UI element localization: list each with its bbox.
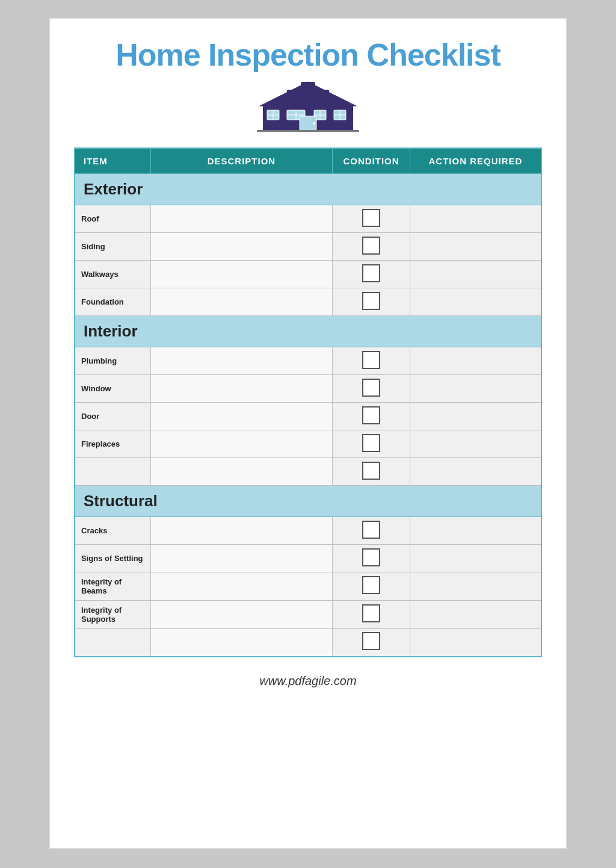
item-cell: Siding	[75, 233, 150, 261]
action-cell[interactable]	[410, 572, 541, 601]
page-title: Home Inspection Checklist	[74, 37, 542, 73]
svg-rect-3	[322, 90, 329, 102]
section-header-interior: Interior	[75, 316, 541, 347]
description-cell[interactable]	[150, 375, 333, 403]
svg-rect-19	[257, 130, 359, 132]
condition-cell	[333, 205, 410, 233]
action-cell[interactable]	[410, 545, 541, 572]
condition-cell	[333, 572, 410, 601]
svg-rect-2	[287, 90, 294, 102]
header-description: DESCRIPTION	[150, 148, 333, 174]
description-cell[interactable]	[150, 572, 333, 601]
title-area: Home Inspection Checklist	[74, 37, 542, 73]
item-cell: Integrity of Supports	[75, 601, 150, 629]
house-illustration	[254, 79, 362, 133]
item-cell: Signs of Settling	[75, 545, 150, 572]
description-cell[interactable]	[150, 458, 333, 486]
action-cell[interactable]	[410, 629, 541, 657]
item-cell: Plumbing	[75, 347, 150, 375]
condition-cell	[333, 403, 410, 430]
item-cell: Window	[75, 375, 150, 403]
description-cell[interactable]	[150, 601, 333, 629]
condition-cell	[333, 261, 410, 288]
table-row: Window	[75, 375, 541, 403]
table-row: Siding	[75, 233, 541, 261]
item-cell: Foundation	[75, 288, 150, 316]
condition-checkbox[interactable]	[362, 264, 380, 282]
item-cell: Integrity of Beams	[75, 572, 150, 601]
condition-cell	[333, 233, 410, 261]
description-cell[interactable]	[150, 430, 333, 458]
description-cell[interactable]	[150, 288, 333, 316]
condition-cell	[333, 347, 410, 375]
item-cell: Roof	[75, 205, 150, 233]
header-item: ITEM	[75, 148, 150, 174]
action-cell[interactable]	[410, 517, 541, 545]
condition-checkbox[interactable]	[362, 209, 380, 227]
condition-checkbox[interactable]	[362, 406, 380, 424]
action-cell[interactable]	[410, 233, 541, 261]
description-cell[interactable]	[150, 517, 333, 545]
description-cell[interactable]	[150, 403, 333, 430]
action-cell[interactable]	[410, 430, 541, 458]
action-cell[interactable]	[410, 458, 541, 486]
description-cell[interactable]	[150, 347, 333, 375]
action-cell[interactable]	[410, 261, 541, 288]
condition-checkbox[interactable]	[362, 632, 380, 650]
item-cell: Fireplaces	[75, 430, 150, 458]
section-label-interior: Interior	[75, 316, 541, 347]
table-row	[75, 458, 541, 486]
description-cell[interactable]	[150, 233, 333, 261]
table-row: Roof	[75, 205, 541, 233]
condition-checkbox[interactable]	[362, 351, 380, 369]
condition-cell	[333, 545, 410, 572]
table-row: Plumbing	[75, 347, 541, 375]
website-url: www.pdfagile.com	[259, 674, 356, 687]
condition-checkbox[interactable]	[362, 604, 380, 622]
condition-checkbox[interactable]	[362, 379, 380, 397]
action-cell[interactable]	[410, 375, 541, 403]
item-cell	[75, 629, 150, 657]
table-row: Integrity of Supports	[75, 601, 541, 629]
svg-point-18	[313, 122, 315, 125]
action-cell[interactable]	[410, 288, 541, 316]
condition-checkbox[interactable]	[362, 292, 380, 310]
item-cell	[75, 458, 150, 486]
condition-cell	[333, 629, 410, 657]
table-row: Signs of Settling	[75, 545, 541, 572]
condition-cell	[333, 601, 410, 629]
condition-checkbox[interactable]	[362, 434, 380, 452]
description-cell[interactable]	[150, 205, 333, 233]
description-cell[interactable]	[150, 545, 333, 572]
table-row: Fireplaces	[75, 430, 541, 458]
table-row: Cracks	[75, 517, 541, 545]
condition-checkbox[interactable]	[362, 576, 380, 594]
action-cell[interactable]	[410, 403, 541, 430]
condition-checkbox[interactable]	[362, 548, 380, 566]
action-cell[interactable]	[410, 347, 541, 375]
action-cell[interactable]	[410, 205, 541, 233]
page: Home Inspection Checklist	[49, 18, 567, 849]
description-cell[interactable]	[150, 629, 333, 657]
item-cell: Cracks	[75, 517, 150, 545]
header-condition: CONDITION	[333, 148, 410, 174]
description-cell[interactable]	[150, 261, 333, 288]
house-icon-area	[74, 79, 542, 135]
svg-rect-1	[301, 82, 315, 87]
condition-checkbox[interactable]	[362, 237, 380, 255]
section-label-exterior: Exterior	[75, 174, 541, 205]
section-label-structural: Structural	[75, 486, 541, 517]
title-part1: Home Inspection	[116, 37, 366, 72]
table-header-row: ITEM DESCRIPTION CONDITION ACTION REQUIR…	[75, 148, 541, 174]
condition-checkbox[interactable]	[362, 462, 380, 480]
condition-cell	[333, 288, 410, 316]
condition-checkbox[interactable]	[362, 521, 380, 539]
table-row: Walkways	[75, 261, 541, 288]
item-cell: Walkways	[75, 261, 150, 288]
condition-cell	[333, 430, 410, 458]
table-row: Door	[75, 403, 541, 430]
condition-cell	[333, 458, 410, 486]
action-cell[interactable]	[410, 601, 541, 629]
item-cell: Door	[75, 403, 150, 430]
condition-cell	[333, 517, 410, 545]
